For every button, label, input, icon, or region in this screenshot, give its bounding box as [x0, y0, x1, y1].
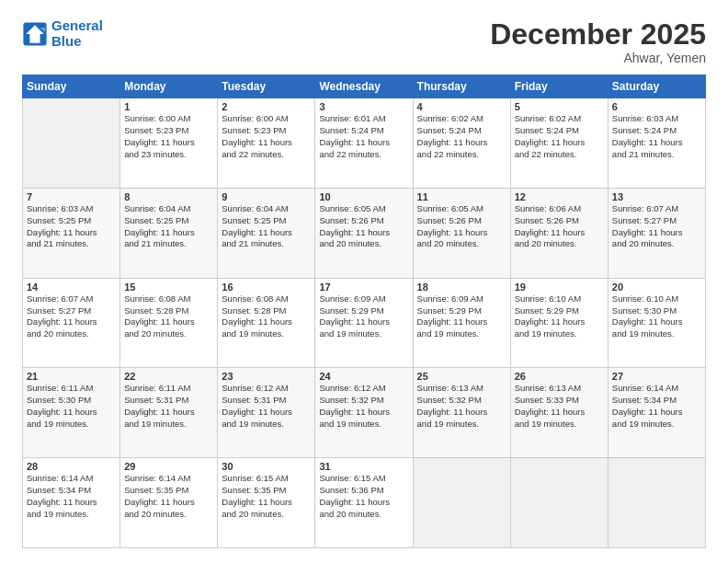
calendar-cell: 18Sunrise: 6:09 AM Sunset: 5:29 PM Dayli… — [413, 278, 510, 368]
calendar-cell: 3Sunrise: 6:01 AM Sunset: 5:24 PM Daylig… — [315, 98, 413, 189]
day-number: 25 — [417, 371, 506, 382]
col-header-sunday: Sunday — [23, 75, 120, 98]
day-info: Sunrise: 6:05 AM Sunset: 5:26 PM Dayligh… — [417, 203, 506, 250]
day-info: Sunrise: 6:12 AM Sunset: 5:31 PM Dayligh… — [222, 383, 311, 430]
col-header-wednesday: Wednesday — [315, 75, 413, 98]
day-info: Sunrise: 6:14 AM Sunset: 5:34 PM Dayligh… — [27, 473, 116, 520]
day-number: 4 — [417, 101, 506, 112]
calendar-cell: 6Sunrise: 6:03 AM Sunset: 5:24 PM Daylig… — [608, 98, 705, 189]
day-info: Sunrise: 6:15 AM Sunset: 5:35 PM Dayligh… — [222, 473, 311, 520]
day-info: Sunrise: 6:04 AM Sunset: 5:25 PM Dayligh… — [222, 203, 311, 250]
day-number: 3 — [319, 101, 408, 112]
calendar-cell: 19Sunrise: 6:10 AM Sunset: 5:29 PM Dayli… — [510, 278, 608, 368]
day-info: Sunrise: 6:02 AM Sunset: 5:24 PM Dayligh… — [515, 113, 604, 160]
calendar-cell: 17Sunrise: 6:09 AM Sunset: 5:29 PM Dayli… — [315, 278, 413, 368]
day-number: 2 — [222, 101, 311, 112]
main-title: December 2025 — [490, 18, 706, 51]
day-number: 23 — [222, 371, 311, 382]
calendar-cell: 14Sunrise: 6:07 AM Sunset: 5:27 PM Dayli… — [23, 278, 120, 368]
calendar-cell: 31Sunrise: 6:15 AM Sunset: 5:36 PM Dayli… — [315, 458, 413, 548]
calendar-cell: 24Sunrise: 6:12 AM Sunset: 5:32 PM Dayli… — [315, 368, 413, 458]
day-number: 1 — [124, 101, 213, 112]
calendar-cell: 8Sunrise: 6:04 AM Sunset: 5:25 PM Daylig… — [120, 188, 218, 278]
calendar-cell — [413, 458, 510, 548]
day-info: Sunrise: 6:00 AM Sunset: 5:23 PM Dayligh… — [124, 113, 213, 160]
day-info: Sunrise: 6:00 AM Sunset: 5:23 PM Dayligh… — [222, 113, 311, 160]
day-info: Sunrise: 6:04 AM Sunset: 5:25 PM Dayligh… — [124, 203, 213, 250]
day-info: Sunrise: 6:08 AM Sunset: 5:28 PM Dayligh… — [222, 293, 311, 340]
day-info: Sunrise: 6:13 AM Sunset: 5:33 PM Dayligh… — [515, 383, 604, 430]
day-number: 9 — [222, 191, 311, 202]
col-header-tuesday: Tuesday — [218, 75, 315, 98]
day-number: 28 — [27, 461, 116, 472]
day-number: 31 — [319, 461, 408, 472]
logo-icon — [22, 21, 48, 47]
day-number: 6 — [612, 101, 701, 112]
day-number: 18 — [417, 282, 506, 293]
day-info: Sunrise: 6:02 AM Sunset: 5:24 PM Dayligh… — [417, 113, 506, 160]
day-number: 7 — [27, 191, 116, 202]
calendar-cell: 30Sunrise: 6:15 AM Sunset: 5:35 PM Dayli… — [218, 458, 315, 548]
logo-text: General Blue — [51, 18, 103, 49]
week-row-4: 21Sunrise: 6:11 AM Sunset: 5:30 PM Dayli… — [23, 368, 706, 458]
day-number: 10 — [319, 191, 408, 202]
day-number: 17 — [319, 282, 408, 293]
day-number: 16 — [222, 282, 311, 293]
calendar-cell: 21Sunrise: 6:11 AM Sunset: 5:30 PM Dayli… — [23, 368, 120, 458]
calendar-cell: 11Sunrise: 6:05 AM Sunset: 5:26 PM Dayli… — [413, 188, 510, 278]
day-info: Sunrise: 6:08 AM Sunset: 5:28 PM Dayligh… — [124, 293, 213, 340]
calendar-cell: 4Sunrise: 6:02 AM Sunset: 5:24 PM Daylig… — [413, 98, 510, 189]
day-info: Sunrise: 6:11 AM Sunset: 5:30 PM Dayligh… — [27, 383, 116, 430]
day-number: 5 — [515, 101, 604, 112]
day-number: 24 — [319, 371, 408, 382]
day-info: Sunrise: 6:09 AM Sunset: 5:29 PM Dayligh… — [417, 293, 506, 340]
day-number: 26 — [515, 371, 604, 382]
calendar-header-row: SundayMondayTuesdayWednesdayThursdayFrid… — [23, 75, 706, 98]
calendar-cell: 5Sunrise: 6:02 AM Sunset: 5:24 PM Daylig… — [510, 98, 608, 189]
day-number: 22 — [124, 371, 213, 382]
col-header-saturday: Saturday — [608, 75, 705, 98]
day-info: Sunrise: 6:11 AM Sunset: 5:31 PM Dayligh… — [124, 383, 213, 430]
calendar-cell: 13Sunrise: 6:07 AM Sunset: 5:27 PM Dayli… — [608, 188, 705, 278]
day-info: Sunrise: 6:03 AM Sunset: 5:24 PM Dayligh… — [612, 113, 701, 160]
day-info: Sunrise: 6:07 AM Sunset: 5:27 PM Dayligh… — [612, 203, 701, 250]
logo-line1: General — [51, 17, 103, 33]
calendar-cell: 26Sunrise: 6:13 AM Sunset: 5:33 PM Dayli… — [510, 368, 608, 458]
day-number: 13 — [612, 191, 701, 202]
day-number: 20 — [612, 282, 701, 293]
day-number: 14 — [27, 282, 116, 293]
calendar-cell: 7Sunrise: 6:03 AM Sunset: 5:25 PM Daylig… — [23, 188, 120, 278]
week-row-1: 1Sunrise: 6:00 AM Sunset: 5:23 PM Daylig… — [23, 98, 706, 189]
col-header-thursday: Thursday — [413, 75, 510, 98]
day-info: Sunrise: 6:10 AM Sunset: 5:29 PM Dayligh… — [515, 293, 604, 340]
day-number: 29 — [124, 461, 213, 472]
day-info: Sunrise: 6:15 AM Sunset: 5:36 PM Dayligh… — [319, 473, 408, 520]
calendar-cell: 12Sunrise: 6:06 AM Sunset: 5:26 PM Dayli… — [510, 188, 608, 278]
day-info: Sunrise: 6:03 AM Sunset: 5:25 PM Dayligh… — [27, 203, 116, 250]
calendar-cell: 25Sunrise: 6:13 AM Sunset: 5:32 PM Dayli… — [413, 368, 510, 458]
calendar-cell: 20Sunrise: 6:10 AM Sunset: 5:30 PM Dayli… — [608, 278, 705, 368]
subtitle: Ahwar, Yemen — [490, 51, 706, 65]
calendar-cell: 29Sunrise: 6:14 AM Sunset: 5:35 PM Dayli… — [120, 458, 218, 548]
col-header-friday: Friday — [510, 75, 608, 98]
day-number: 12 — [515, 191, 604, 202]
logo: General Blue — [22, 18, 103, 49]
day-number: 27 — [612, 371, 701, 382]
day-info: Sunrise: 6:07 AM Sunset: 5:27 PM Dayligh… — [27, 293, 116, 340]
day-info: Sunrise: 6:12 AM Sunset: 5:32 PM Dayligh… — [319, 383, 408, 430]
day-info: Sunrise: 6:13 AM Sunset: 5:32 PM Dayligh… — [417, 383, 506, 430]
calendar-cell — [608, 458, 705, 548]
page: General Blue December 2025 Ahwar, Yemen … — [0, 0, 728, 563]
calendar-cell: 1Sunrise: 6:00 AM Sunset: 5:23 PM Daylig… — [120, 98, 218, 189]
calendar-cell: 2Sunrise: 6:00 AM Sunset: 5:23 PM Daylig… — [218, 98, 315, 189]
calendar-cell: 28Sunrise: 6:14 AM Sunset: 5:34 PM Dayli… — [23, 458, 120, 548]
day-number: 19 — [515, 282, 604, 293]
calendar-cell — [23, 98, 120, 189]
calendar-cell: 23Sunrise: 6:12 AM Sunset: 5:31 PM Dayli… — [218, 368, 315, 458]
day-info: Sunrise: 6:05 AM Sunset: 5:26 PM Dayligh… — [319, 203, 408, 250]
day-info: Sunrise: 6:09 AM Sunset: 5:29 PM Dayligh… — [319, 293, 408, 340]
calendar-cell: 10Sunrise: 6:05 AM Sunset: 5:26 PM Dayli… — [315, 188, 413, 278]
day-number: 30 — [222, 461, 311, 472]
title-block: December 2025 Ahwar, Yemen — [490, 18, 706, 65]
calendar-cell: 27Sunrise: 6:14 AM Sunset: 5:34 PM Dayli… — [608, 368, 705, 458]
